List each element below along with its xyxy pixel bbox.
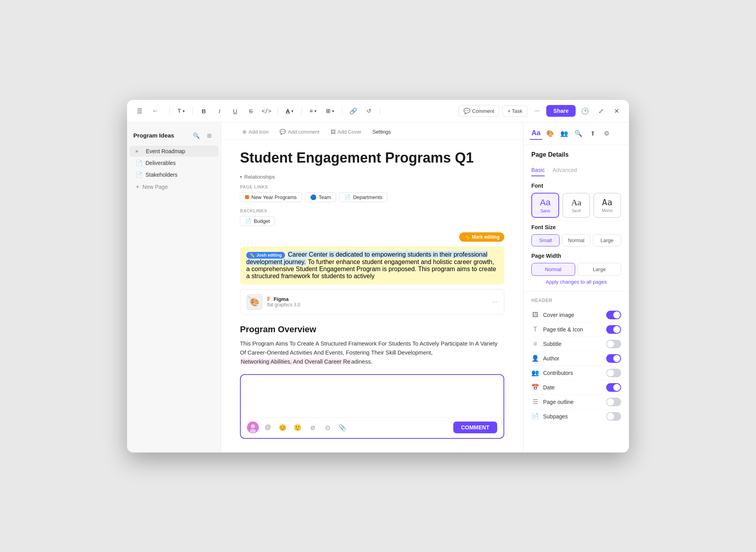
tab-basic[interactable]: Basic (531, 165, 545, 176)
chip-team[interactable]: 🔵 Team (305, 192, 336, 202)
font-label-mono: Mono (597, 208, 617, 213)
sidebar-item-stakeholders[interactable]: 📄 Stakeholders (129, 169, 218, 180)
sidebar-search-button[interactable]: 🔍 (191, 130, 201, 141)
panel-icon-settings[interactable]: ⚙ (600, 127, 613, 140)
toggle-row-date: 📅 Date (531, 380, 621, 395)
subpages-icon: 📄 (531, 413, 539, 420)
sidebar-item-label: Stakeholders (145, 172, 178, 178)
font-option-serif[interactable]: Aa Serif (562, 193, 590, 218)
toggle-subpages[interactable] (606, 412, 621, 421)
subtitle-icon: ≡ (531, 340, 539, 347)
sidebar-item-event-roadmap[interactable]: ▶ Event Roadmap (129, 146, 218, 157)
comment-submit-button[interactable]: COMMENT (453, 422, 497, 433)
expand-button[interactable]: ⤢ (594, 105, 607, 117)
list-button[interactable]: ⊞ ▾ (323, 106, 337, 116)
toolbar-right: 💬 Comment + Task ··· Share 🕐 ⤢ ✕ (458, 105, 623, 117)
width-option-large[interactable]: Large (578, 263, 622, 276)
chip-new-year-programs[interactable]: New Year Programs (240, 192, 302, 202)
strikethrough-button[interactable]: S (245, 105, 257, 117)
figma-subtitle: flat graphics 3.0 (267, 302, 488, 308)
add-icon-button[interactable]: ⊕ Add Icon (240, 127, 271, 136)
add-cover-button[interactable]: 🖼 Add Cover (328, 127, 364, 136)
font-option-mono[interactable]: Aa Mono (593, 193, 621, 218)
task-button[interactable]: + Task (502, 105, 527, 117)
comment-input[interactable] (247, 381, 497, 413)
chevron-icon: ▾ (240, 175, 242, 179)
size-option-normal[interactable]: Normal (562, 234, 590, 246)
doc-icon: 📄 (136, 172, 142, 178)
comment-box[interactable]: @ 😊 🙂 ⊘ ⊙ 📎 COMMENT (240, 374, 504, 439)
share-button[interactable]: Share (546, 105, 576, 117)
toggle-cover-image[interactable] (606, 311, 621, 319)
panel-icon-search[interactable]: 🔍 (572, 127, 585, 140)
toggle-page-title[interactable] (606, 325, 621, 334)
back-button[interactable]: ← (149, 105, 162, 117)
app-window: ☰ ← T ▾ B I U S </> A ▾ ≡ ▾ ⊞ ▾ 🔗 ↺ (127, 100, 629, 452)
toggle-subtitle[interactable] (606, 340, 621, 348)
emoji-button[interactable]: 🙂 (292, 422, 303, 433)
panel-icon-users[interactable]: 👥 (558, 127, 571, 140)
settings-button[interactable]: Settings (370, 127, 393, 136)
more-button[interactable]: ··· (531, 105, 543, 117)
figma-more-button[interactable]: ··· (492, 299, 498, 306)
history-button[interactable]: 🕐 (579, 105, 591, 117)
attachment-button[interactable]: 📎 (336, 422, 348, 433)
underline-button[interactable]: U (229, 105, 242, 117)
text-style-button[interactable]: T ▾ (174, 106, 188, 116)
chip-departments[interactable]: 📄 Departments (339, 192, 387, 202)
loop-button[interactable]: ↺ (363, 105, 375, 117)
panel-icon-theme[interactable]: 🎨 (544, 127, 556, 140)
pencil-icon: ✏️ (464, 234, 470, 240)
add-icon-icon: ⊕ (242, 129, 247, 135)
close-button[interactable]: ✕ (610, 105, 623, 117)
plus-icon: + (136, 183, 139, 190)
new-page-button[interactable]: + New Page (129, 181, 218, 193)
mention-button[interactable]: @ (262, 422, 274, 433)
link-button[interactable]: 🔗 (347, 105, 360, 117)
figma-icon: 🎨 (250, 297, 260, 307)
chip-color-dot (245, 195, 249, 199)
toggle-left: 📅 Date (531, 384, 555, 391)
reaction-button[interactable]: 😊 (277, 422, 289, 433)
slash-button[interactable]: ⊘ (307, 422, 318, 433)
chip-budget[interactable]: 📄 Budget (240, 216, 275, 226)
size-option-small[interactable]: Small (531, 234, 560, 246)
comment-button[interactable]: 💬 Comment (458, 105, 499, 117)
toggle-date[interactable] (606, 383, 621, 392)
code-button[interactable]: </> (260, 105, 273, 117)
content-area: ⊕ Add Icon 💬 Add comment 🖼 Add Cover Set… (221, 123, 523, 452)
hamburger-button[interactable]: ☰ (133, 105, 146, 117)
chip-team-icon: 🔵 (310, 194, 316, 200)
figma-embed: ⤡ 🎨 𝔽 Figma flat graphics 3.0 ··· (240, 289, 504, 315)
sidebar-layout-button[interactable]: ⊞ (204, 130, 214, 141)
apply-changes-link[interactable]: Apply changes to all pages (531, 279, 621, 285)
toggle-page-outline[interactable] (606, 398, 621, 406)
font-aa-sans: Aa (535, 197, 555, 208)
tab-advanced[interactable]: Advanced (552, 165, 577, 176)
section-heading-program-overview: Program Overview (240, 324, 504, 335)
backlinks-section: BACKLINKS 📄 Budget (240, 208, 504, 226)
chip-dept-icon: 📄 (344, 194, 351, 200)
sidebar-item-deliverables[interactable]: 📄 Deliverables (129, 157, 218, 168)
size-option-large[interactable]: Large (593, 234, 621, 246)
subpages-label: Subpages (543, 413, 568, 420)
relationships-toggle[interactable]: ▾ Relationships (240, 174, 504, 180)
toolbar: ☰ ← T ▾ B I U S </> A ▾ ≡ ▾ ⊞ ▾ 🔗 ↺ (127, 100, 629, 123)
width-option-normal[interactable]: Normal (531, 263, 575, 276)
font-option-sans[interactable]: Aa Sans (531, 193, 559, 218)
add-comment-button[interactable]: 💬 Add comment (277, 127, 322, 136)
italic-button[interactable]: I (213, 105, 226, 117)
bold-button[interactable]: B (198, 105, 210, 117)
toggle-author[interactable] (606, 354, 621, 363)
align-button[interactable]: ≡ ▾ (306, 106, 319, 116)
expand-arrows-icon: ⤡ (248, 295, 251, 300)
toggle-contributors[interactable] (606, 369, 621, 377)
svg-point-2 (250, 429, 256, 433)
toggle-row-cover-image: 🖼 Cover image (531, 308, 621, 322)
font-size-label: Font Size (531, 224, 621, 230)
panel-icon-text[interactable]: Aa (530, 127, 542, 140)
font-color-button[interactable]: A ▾ (283, 106, 297, 116)
panel-icon-export[interactable]: ⬆ (586, 127, 599, 140)
at-button[interactable]: ⊙ (322, 422, 333, 433)
mark-editing-label: Mark editing (472, 234, 500, 240)
